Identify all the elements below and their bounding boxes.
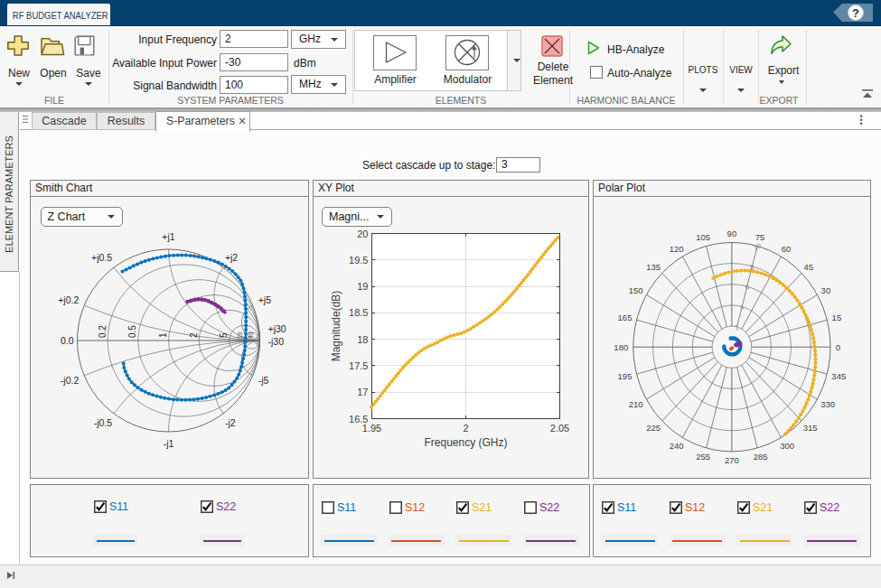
svg-text:0.2: 0.2 [98,325,108,338]
svg-text:1.95: 1.95 [362,423,381,434]
svg-text:-j0.2: -j0.2 [61,375,80,386]
svg-text:0.0: 0.0 [61,335,74,346]
svg-text:60: 60 [782,244,792,254]
svg-text:19: 19 [357,281,368,292]
svg-text:285: 285 [754,452,768,462]
svg-text:20: 20 [357,229,368,239]
svg-text:+j0.5: +j0.5 [91,252,112,263]
svg-text:150: 150 [629,285,643,295]
svg-text:+j1: +j1 [162,231,174,242]
svg-text:19.5: 19.5 [349,255,368,266]
svg-text:17: 17 [357,387,368,397]
svg-text:45: 45 [804,262,814,272]
svg-text:5: 5 [219,332,229,338]
svg-text:1: 1 [158,332,168,338]
svg-text:?: ? [852,6,859,20]
svg-text:10: 10 [752,241,762,252]
svg-text:240: 240 [670,441,684,451]
svg-text:330: 330 [820,399,835,409]
svg-text:300: 300 [780,441,794,451]
svg-text:17.5: 17.5 [349,360,368,371]
svg-text:120: 120 [670,244,684,254]
svg-text:210: 210 [629,399,643,409]
svg-text:2.05: 2.05 [550,423,569,434]
svg-text:+j0.2: +j0.2 [58,294,79,305]
svg-text:0: 0 [836,342,840,352]
svg-text:2: 2 [189,332,199,338]
svg-text:315: 315 [803,423,818,433]
svg-text:Frequency (GHz): Frequency (GHz) [424,436,507,449]
svg-text:18: 18 [357,334,368,345]
svg-text:75: 75 [755,232,765,242]
svg-text:180: 180 [614,342,628,352]
svg-text:+j2: +j2 [225,252,238,263]
svg-text:165: 165 [618,313,633,322]
svg-text:-j0.5: -j0.5 [94,417,113,428]
svg-text:0.5: 0.5 [127,325,137,338]
svg-text:Magnitude(dB): Magnitude(dB) [330,291,342,362]
svg-text:270: 270 [725,455,739,465]
svg-text:10: 10 [237,331,243,339]
svg-text:-j2: -j2 [225,417,236,428]
svg-text:30: 30 [248,331,254,339]
svg-text:2: 2 [463,423,468,434]
svg-text:225: 225 [646,423,661,433]
svg-text:18.5: 18.5 [349,307,368,318]
svg-text:105: 105 [696,232,710,242]
svg-text:+j5: +j5 [258,294,271,305]
svg-text:195: 195 [618,371,633,381]
svg-text:+j30: +j30 [268,323,286,334]
svg-text:90: 90 [727,229,737,238]
svg-text:135: 135 [646,262,661,272]
svg-text:-j5: -j5 [258,375,269,386]
svg-text:-j1: -j1 [164,438,174,449]
svg-text:-j30: -j30 [268,336,285,347]
svg-text:345: 345 [831,371,846,381]
svg-text:15: 15 [832,313,842,322]
svg-text:255: 255 [696,452,710,462]
svg-text:30: 30 [821,285,831,295]
